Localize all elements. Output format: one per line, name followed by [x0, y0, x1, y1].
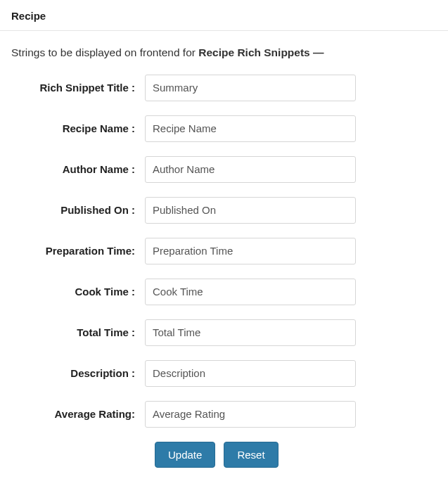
field-preparation-time: Preparation Time:: [11, 238, 437, 264]
label-recipe-name: Recipe Name :: [11, 122, 145, 134]
label-cook-time: Cook Time :: [11, 286, 145, 298]
field-average-rating: Average Rating:: [11, 401, 437, 428]
field-published-on: Published On :: [11, 197, 437, 224]
intro-bold: Recipe Rich Snippets —: [198, 46, 324, 58]
input-published-on[interactable]: [145, 197, 356, 224]
input-description[interactable]: [145, 360, 356, 387]
button-row: Update Reset: [155, 442, 437, 468]
field-description: Description :: [11, 360, 437, 387]
label-description: Description :: [11, 367, 145, 379]
field-total-time: Total Time :: [11, 319, 437, 346]
input-preparation-time[interactable]: [145, 238, 356, 264]
field-recipe-name: Recipe Name :: [11, 115, 437, 142]
section-header: Recipe: [0, 0, 448, 31]
input-author-name[interactable]: [145, 156, 356, 183]
field-author-name: Author Name :: [11, 156, 437, 183]
label-author-name: Author Name :: [11, 163, 145, 175]
label-rich-snippet-title: Rich Snippet Title :: [11, 82, 145, 94]
section-title: Recipe: [11, 10, 437, 22]
intro-prefix: Strings to be displayed on frontend for: [11, 46, 198, 58]
label-total-time: Total Time :: [11, 326, 145, 338]
intro-text: Strings to be displayed on frontend for …: [0, 31, 448, 68]
field-rich-snippet-title: Rich Snippet Title :: [11, 75, 437, 101]
input-total-time[interactable]: [145, 319, 356, 346]
reset-button[interactable]: Reset: [224, 442, 278, 468]
input-rich-snippet-title[interactable]: [145, 75, 356, 101]
input-average-rating[interactable]: [145, 401, 356, 428]
form-container: Rich Snippet Title : Recipe Name : Autho…: [0, 68, 448, 468]
label-preparation-time: Preparation Time:: [11, 245, 145, 257]
input-recipe-name[interactable]: [145, 115, 356, 142]
label-published-on: Published On :: [11, 204, 145, 216]
field-cook-time: Cook Time :: [11, 279, 437, 305]
input-cook-time[interactable]: [145, 279, 356, 305]
update-button[interactable]: Update: [155, 442, 215, 468]
label-average-rating: Average Rating:: [11, 408, 145, 420]
